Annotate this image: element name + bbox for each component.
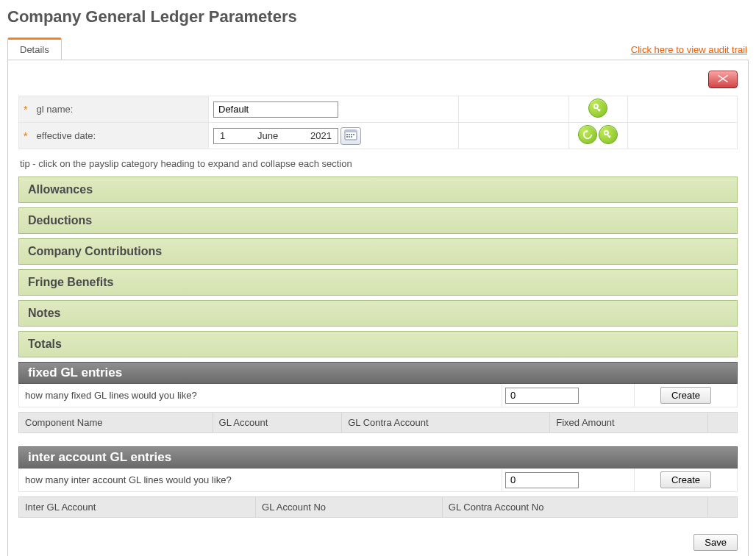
gl-name-label: gl name: [32, 96, 209, 123]
required-mark: * [19, 123, 32, 149]
gl-name-input[interactable] [213, 101, 338, 118]
footer: Save [18, 534, 738, 551]
svg-point-0 [594, 104, 598, 108]
accordion-company-contributions[interactable]: Company Contributions [18, 238, 738, 265]
inter-gl-count-input[interactable] [505, 472, 579, 488]
details-panel: * gl name: * effective date: [7, 60, 749, 556]
close-icon [717, 74, 729, 85]
form-table: * gl name: * effective date: [18, 96, 738, 149]
svg-rect-8 [353, 134, 354, 135]
inter-gl-create-button[interactable]: Create [660, 471, 711, 488]
calendar-button[interactable] [340, 127, 361, 145]
fixed-gl-header: fixed GL entries [18, 362, 738, 384]
refresh-button[interactable] [578, 125, 597, 144]
inter-gl-grid-header: Inter GL Account GL Account No GL Contra… [18, 496, 738, 518]
panel-top-row [18, 71, 738, 91]
col-gl-account: GL Account [213, 413, 343, 432]
lookup-button-2[interactable] [599, 125, 618, 144]
col-gl-contra-account: GL Contra Account [342, 413, 550, 432]
svg-rect-5 [346, 134, 348, 135]
accordion-deductions[interactable]: Deductions [18, 207, 738, 234]
svg-rect-9 [346, 136, 348, 138]
fixed-gl-grid-header: Component Name GL Account GL Contra Acco… [18, 412, 738, 433]
inter-gl-ask-row: how many inter account GL lines would yo… [18, 468, 738, 492]
effective-date-input[interactable]: 1 June 2021 [213, 128, 338, 144]
svg-rect-7 [351, 134, 352, 135]
col-fixed-amount: Fixed Amount [550, 413, 708, 432]
accordion-notes[interactable]: Notes [18, 300, 738, 327]
svg-rect-6 [349, 134, 350, 135]
tab-details[interactable]: Details [7, 38, 62, 60]
lookup-button[interactable] [588, 99, 607, 118]
svg-rect-11 [351, 136, 352, 138]
accordion-totals[interactable]: Totals [18, 331, 738, 357]
fixed-gl-question: how many fixed GL lines would you like? [19, 385, 502, 405]
tip-text: tip - click on the payslip category head… [20, 158, 736, 169]
date-day: 1 [220, 130, 225, 141]
col-component-name: Component Name [19, 413, 213, 432]
col-inter-gl-account: Inter GL Account [19, 497, 256, 517]
required-mark: * [19, 96, 32, 123]
inter-gl-question: how many inter account GL lines would yo… [19, 470, 502, 490]
save-button[interactable]: Save [693, 534, 738, 551]
accordion-allowances[interactable]: Allowances [18, 177, 738, 203]
tab-bar: Details Click here to view audit trail [7, 37, 749, 60]
col-gl-account-no: GL Account No [256, 497, 443, 517]
col-gl-contra-account-no: GL Contra Account No [443, 497, 708, 517]
fixed-gl-create-button[interactable]: Create [660, 387, 711, 404]
fixed-gl-count-input[interactable] [505, 388, 579, 404]
svg-rect-4 [345, 130, 357, 132]
page-title: Company General Ledger Parameters [7, 7, 749, 26]
close-button[interactable] [708, 71, 738, 88]
audit-trail-link[interactable]: Click here to view audit trail [631, 44, 749, 60]
date-year: 2021 [310, 130, 332, 141]
svg-rect-10 [349, 136, 350, 138]
effective-date-label: effective date: [32, 123, 209, 149]
inter-gl-header: inter account GL entries [18, 446, 738, 468]
fixed-gl-ask-row: how many fixed GL lines would you like? … [18, 384, 738, 407]
accordion-fringe-benefits[interactable]: Fringe Benefits [18, 269, 738, 296]
date-month: June [257, 130, 278, 141]
svg-point-12 [605, 131, 608, 135]
calendar-icon [344, 129, 357, 143]
